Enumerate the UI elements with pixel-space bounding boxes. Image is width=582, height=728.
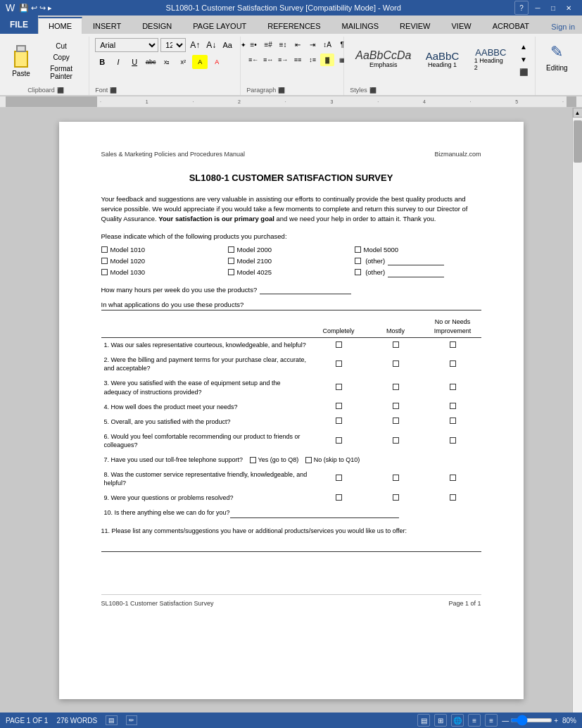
q1-no-needs[interactable] bbox=[424, 337, 481, 353]
q1-mostly[interactable] bbox=[367, 337, 424, 353]
close-btn[interactable]: ✕ bbox=[561, 0, 576, 15]
editing-button[interactable]: ✎ Editing bbox=[541, 38, 573, 77]
underline-button[interactable]: U bbox=[127, 55, 141, 69]
tab-page-layout[interactable]: PAGE LAYOUT bbox=[182, 18, 257, 34]
change-case-btn[interactable]: Aa bbox=[220, 38, 234, 52]
font-color-btn[interactable]: A bbox=[210, 55, 224, 69]
tab-acrobat[interactable]: ACROBAT bbox=[482, 18, 540, 34]
style-emphasis[interactable]: AaBbCcDa Emphasis bbox=[350, 38, 417, 80]
superscript-btn[interactable]: x² bbox=[176, 55, 190, 69]
paragraph-expand-icon[interactable]: ⬛ bbox=[278, 87, 285, 94]
strikethrough-btn[interactable]: abc bbox=[144, 55, 158, 69]
styles-group: AaBbCcDa Emphasis AaBbC Heading 1 AABBC … bbox=[346, 37, 536, 95]
web-layout-btn[interactable]: 🌐 bbox=[451, 714, 464, 727]
tab-mailings[interactable]: MAILINGS bbox=[331, 18, 390, 34]
product-1020: Model 1020 bbox=[101, 256, 228, 265]
scroll-up-btn[interactable]: ▲ bbox=[573, 108, 583, 118]
minimize-btn[interactable]: ─ bbox=[530, 0, 545, 15]
q0-text: Please indicate which of the following p… bbox=[101, 232, 481, 241]
print-view-btn[interactable]: ▤ bbox=[417, 714, 430, 727]
tab-design[interactable]: DESIGN bbox=[132, 18, 182, 34]
status-bar: PAGE 1 OF 1 276 WORDS ▤ ✏ ▤ ⊞ 🌐 ≡ ≡ — + … bbox=[0, 713, 582, 728]
shading-btn[interactable]: ▓ bbox=[320, 54, 334, 66]
ribbon: FILE HOME INSERT DESIGN PAGE LAYOUT REFE… bbox=[0, 15, 582, 96]
style-heading1[interactable]: AaBbC Heading 1 bbox=[419, 38, 464, 80]
font-group: Arial 12 A↑ A↓ Aa ✦ B I U abc x₂ x² A A bbox=[91, 37, 241, 95]
align-center-btn[interactable]: ≡↔ bbox=[261, 54, 275, 66]
status-left: PAGE 1 OF 1 276 WORDS ▤ ✏ bbox=[6, 715, 137, 725]
q3-text: 3. Were you satisfied with the ease of e… bbox=[101, 376, 310, 399]
font-expand-icon[interactable]: ⬛ bbox=[110, 87, 117, 94]
col-completely: Completely bbox=[310, 316, 367, 337]
draft-btn[interactable]: ≡ bbox=[485, 714, 498, 727]
q7-text: 7. Have you used our toll-free telephone… bbox=[101, 453, 481, 467]
outline-btn[interactable]: ≡ bbox=[468, 714, 481, 727]
q2-text: 2. Were the billing and payment terms fo… bbox=[101, 353, 310, 376]
col-mostly: Mostly bbox=[367, 316, 424, 337]
q9-text: 9. Were your questions or problems resol… bbox=[101, 491, 310, 506]
zoom-range-input[interactable] bbox=[510, 718, 552, 722]
paste-button[interactable]: Paste bbox=[6, 37, 37, 85]
styles-scroll-down[interactable]: ▼ bbox=[517, 53, 531, 65]
zoom-slider[interactable]: — + bbox=[502, 717, 558, 724]
bold-button[interactable]: B bbox=[95, 55, 109, 69]
multilevel-btn[interactable]: ≡↕ bbox=[276, 38, 290, 51]
styles-expand-icon[interactable]: ⬛ bbox=[369, 87, 377, 94]
table-row: 2. Were the billing and payment terms fo… bbox=[101, 353, 481, 376]
subscript-btn[interactable]: x₂ bbox=[160, 55, 174, 69]
paragraph-group: ≡• ≡# ≡↕ ⇤ ⇥ ↕A ¶ ≡← ≡↔ ≡→ ≡≡ ↕≡ ▓ ▦ Par… bbox=[242, 37, 344, 95]
footer-right: Page 1 of 1 bbox=[448, 599, 481, 608]
scroll-thumb[interactable] bbox=[574, 120, 582, 163]
table-header-row: Completely Mostly No or NeedsImprovement bbox=[101, 316, 481, 337]
tab-home[interactable]: HOME bbox=[38, 17, 82, 34]
style-heading2[interactable]: AABBC 1 Heading 2 bbox=[468, 38, 514, 80]
layout-icon[interactable]: ▤ bbox=[106, 715, 118, 725]
help-btn[interactable]: ? bbox=[514, 1, 529, 15]
col-no-needs: No or NeedsImprovement bbox=[424, 316, 481, 337]
justify-btn[interactable]: ≡≡ bbox=[291, 54, 305, 66]
increase-font-btn[interactable]: A↑ bbox=[188, 38, 202, 52]
italic-button[interactable]: I bbox=[111, 55, 125, 69]
zoom-level[interactable]: 80% bbox=[562, 717, 576, 724]
tab-review[interactable]: REVIEW bbox=[389, 18, 441, 34]
tab-references[interactable]: REFERENCES bbox=[257, 18, 331, 34]
line-spacing-btn[interactable]: ↕≡ bbox=[305, 54, 320, 66]
font-name-selector[interactable]: Arial bbox=[95, 38, 158, 52]
increase-indent-btn[interactable]: ⇥ bbox=[305, 38, 320, 51]
copy-button[interactable]: Copy bbox=[38, 52, 84, 63]
numbering-btn[interactable]: ≡# bbox=[261, 38, 275, 51]
decrease-font-btn[interactable]: A↓ bbox=[204, 38, 218, 52]
q11-text: 11. Please list any comments/suggestions… bbox=[101, 527, 407, 534]
table-row: 5. Overall, are you satisfied with the p… bbox=[101, 414, 481, 429]
doc-title: SL1080-1 CUSTOMER SATISFACTION SURVEY bbox=[101, 172, 481, 184]
text-highlight-btn[interactable]: A bbox=[192, 55, 208, 69]
full-reading-btn[interactable]: ⊞ bbox=[434, 714, 447, 727]
status-right: ▤ ⊞ 🌐 ≡ ≡ — + 80% bbox=[417, 714, 576, 727]
styles-expand[interactable]: ⬛ bbox=[517, 65, 531, 78]
font-size-selector[interactable]: 12 bbox=[160, 38, 186, 52]
edit-icon[interactable]: ✏ bbox=[126, 715, 137, 725]
sign-in-btn[interactable]: Sign in bbox=[544, 20, 582, 34]
product-1010: Model 1010 bbox=[101, 245, 228, 254]
q1-completely[interactable] bbox=[310, 337, 367, 353]
document: Sales & Marketing Policies and Procedure… bbox=[59, 122, 524, 699]
footer-left: SL1080-1 Customer Satisfaction Survey bbox=[101, 599, 214, 608]
bullets-btn[interactable]: ≡• bbox=[246, 38, 260, 51]
format-painter-button[interactable]: Format Painter bbox=[38, 63, 84, 82]
window-title: SL1080-1 Customer Satisfaction Survey [C… bbox=[166, 4, 401, 12]
tab-view[interactable]: VIEW bbox=[441, 18, 482, 34]
sort-btn[interactable]: ↕A bbox=[320, 38, 334, 51]
cut-button[interactable]: Cut bbox=[38, 41, 84, 51]
decrease-indent-btn[interactable]: ⇤ bbox=[291, 38, 305, 51]
tab-insert[interactable]: INSERT bbox=[82, 18, 132, 34]
align-left-btn[interactable]: ≡← bbox=[246, 54, 260, 66]
scrollbar[interactable]: ▲ bbox=[572, 108, 582, 727]
clipboard-expand-icon[interactable]: ⬛ bbox=[57, 87, 64, 94]
ruler: ·1·2·3·4·5· bbox=[0, 96, 582, 108]
align-right-btn[interactable]: ≡→ bbox=[276, 54, 290, 66]
styles-scroll-up[interactable]: ▲ bbox=[517, 40, 531, 53]
restore-btn[interactable]: □ bbox=[545, 0, 561, 15]
paragraph-label: Paragraph bbox=[246, 87, 276, 94]
table-row: 1. Was our sales representative courteou… bbox=[101, 337, 481, 353]
file-tab[interactable]: FILE bbox=[0, 15, 38, 34]
